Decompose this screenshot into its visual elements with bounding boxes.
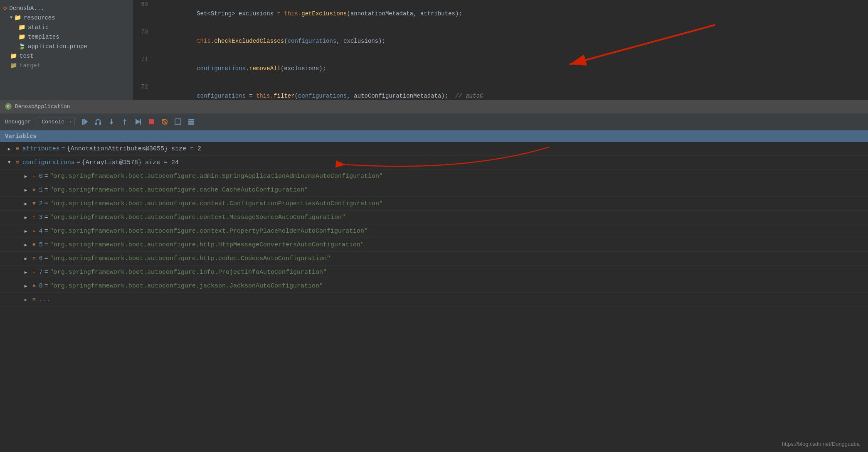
var-list-icon: ≡ — [32, 269, 36, 275]
step-out-button[interactable] — [119, 116, 131, 128]
toolbar-separator — [35, 117, 35, 126]
var-index: 0 — [39, 173, 43, 180]
expand-icon[interactable]: ▼ — [5, 158, 13, 167]
step-cursor-button[interactable] — [132, 116, 144, 128]
folder-icon: 📁 — [10, 52, 17, 59]
svg-rect-2 — [82, 119, 84, 125]
var-equals: = — [44, 228, 48, 235]
expand-icon[interactable]: ▶ — [22, 213, 30, 221]
folder-icon: 📁 — [10, 62, 17, 69]
var-child-0[interactable]: ▶ ≡ 0 = "org.springframework.boot.autoco… — [0, 170, 868, 183]
var-equals: = — [44, 187, 48, 194]
file-tree-label: resources — [24, 15, 55, 21]
file-tree-item-resources[interactable]: ▼ 📁 resources — [0, 13, 133, 22]
code-line-72: 72 configurations = this.filter(configur… — [133, 82, 868, 100]
var-child-4[interactable]: ▶ ≡ 4 = "org.springframework.boot.autoco… — [0, 224, 868, 238]
var-list-icon: ≡ — [32, 214, 36, 221]
variables-header: Variables — [0, 130, 868, 142]
var-index: 2 — [39, 200, 43, 207]
expand-icon[interactable]: ▶ — [22, 186, 30, 194]
file-tree-item-demosb[interactable]: ⚙ DemosbA... — [0, 3, 133, 13]
var-equals: = — [44, 214, 48, 221]
var-value: {ArrayList@3578} — [82, 159, 142, 166]
file-tree-label: application.prope — [28, 43, 87, 50]
frames-button[interactable] — [185, 116, 197, 128]
file-tree-item-static[interactable]: 📁 static — [0, 22, 133, 32]
stop-button[interactable] — [145, 116, 157, 128]
file-tree-label: static — [28, 24, 49, 31]
expand-icon[interactable]: ▶ — [22, 295, 30, 304]
var-list-icon: ≡ — [32, 201, 36, 207]
expand-icon[interactable]: ▶ — [22, 268, 30, 276]
svg-rect-20 — [188, 123, 194, 125]
var-list-icon: ≡ — [16, 160, 19, 166]
svg-marker-10 — [123, 119, 126, 121]
folder-icon: 📁 — [14, 14, 21, 21]
var-child-partial[interactable]: ▶ ≡ ... — [0, 293, 868, 307]
var-child-5[interactable]: ▶ ≡ 5 = "org.springframework.boot.autoco… — [0, 238, 868, 252]
var-string-value: "org.springframework.boot.autoconfigure.… — [50, 241, 364, 248]
var-list-icon: ≡ — [32, 228, 36, 234]
top-section: ⚙ DemosbA... ▼ 📁 resources 📁 static 📁 te… — [0, 0, 868, 100]
var-child-3[interactable]: ▶ ≡ 3 = "org.springframework.boot.autoco… — [0, 211, 868, 224]
var-index: 7 — [39, 269, 43, 276]
var-child-8[interactable]: ▶ ≡ 8 = "org.springframework.boot.autoco… — [0, 279, 868, 293]
step-into-button[interactable] — [106, 116, 117, 128]
app-title: DemosbApplication — [15, 103, 70, 110]
var-equals: = — [44, 173, 48, 180]
code-line-71: 71 configurations.removeAll(exclusions); — [133, 55, 868, 82]
file-tree-item-target[interactable]: 📁 target — [0, 61, 133, 70]
var-size: size = 2 — [171, 145, 201, 152]
resume-button[interactable] — [79, 116, 91, 128]
line-content: configurations.removeAll(exclusions); — [165, 55, 868, 82]
expand-icon[interactable]: ▶ — [22, 199, 30, 208]
var-index: 3 — [39, 214, 43, 221]
step-over-button[interactable] — [92, 116, 104, 128]
var-equals: = — [62, 145, 65, 152]
var-string-value: "org.springframework.boot.autoconfigure.… — [50, 228, 368, 235]
evaluate-button[interactable]: ... — [172, 116, 184, 128]
var-child-2[interactable]: ▶ ≡ 2 = "org.springframework.boot.autoco… — [0, 197, 868, 211]
console-tab-button[interactable]: Console → — [38, 118, 74, 126]
svg-rect-13 — [149, 119, 154, 124]
svg-text:...: ... — [176, 120, 182, 125]
var-item-attributes[interactable]: ▶ ≡ attributes = {AnnotationAttributes@3… — [0, 142, 868, 156]
var-string-value: "org.springframework.boot.autoconfigure.… — [50, 255, 330, 262]
folder-icon: 📁 — [18, 33, 25, 40]
line-content: configurations = this.filter(configurati… — [165, 82, 868, 100]
folder-icon: 📁 — [18, 24, 25, 31]
expand-icon[interactable]: ▶ — [22, 282, 30, 290]
expand-icon[interactable]: ▶ — [5, 145, 13, 153]
expand-icon[interactable]: ▶ — [22, 227, 30, 235]
line-number: 70 — [133, 27, 153, 37]
expand-icon[interactable]: ▶ — [22, 241, 30, 249]
line-number: 69 — [133, 0, 153, 9]
var-string-value: "org.springframework.boot.autoconfigure.… — [50, 214, 345, 221]
var-list-icon: ≡ — [32, 242, 36, 248]
file-tree-item-templates[interactable]: 📁 templates — [0, 32, 133, 42]
file-tree-label: templates — [28, 34, 59, 40]
watermark: https://blog.csdn.net/Dongguaba — [782, 441, 860, 447]
var-child-7[interactable]: ▶ ≡ 7 = "org.springframework.boot.autoco… — [0, 265, 868, 279]
var-equals: = — [44, 269, 48, 276]
file-tree-item-application-props[interactable]: 🍃 application.prope — [0, 42, 133, 51]
app-icon: ⚙ — [5, 103, 12, 110]
app-title-bar: ⚙ DemosbApplication — [0, 100, 868, 113]
svg-rect-19 — [188, 121, 194, 123]
var-equals: = — [44, 241, 48, 248]
variables-list: ▶ ≡ attributes = {AnnotationAttributes@3… — [0, 142, 868, 307]
mute-button[interactable] — [159, 116, 170, 128]
var-string-value: "org.springframework.boot.autoconfigure.… — [50, 282, 323, 290]
var-item-configurations[interactable]: ▼ ≡ configurations = {ArrayList@3578} si… — [0, 156, 868, 170]
svg-marker-11 — [136, 119, 141, 125]
var-child-1[interactable]: ▶ ≡ 1 = "org.springframework.boot.autoco… — [0, 183, 868, 197]
var-index: 6 — [39, 255, 43, 262]
var-child-6[interactable]: ▶ ≡ 6 = "org.springframework.boot.autoco… — [0, 252, 868, 265]
expand-icon[interactable]: ▶ — [22, 172, 30, 180]
var-list-icon: ≡ — [32, 297, 36, 303]
expand-icon[interactable]: ▶ — [22, 254, 30, 263]
svg-marker-4 — [99, 121, 101, 123]
var-index: 4 — [39, 228, 43, 235]
variables-panel: Variables ▶ ≡ attributes = {AnnotationAt… — [0, 130, 868, 307]
file-tree-item-test[interactable]: 📁 test — [0, 51, 133, 61]
